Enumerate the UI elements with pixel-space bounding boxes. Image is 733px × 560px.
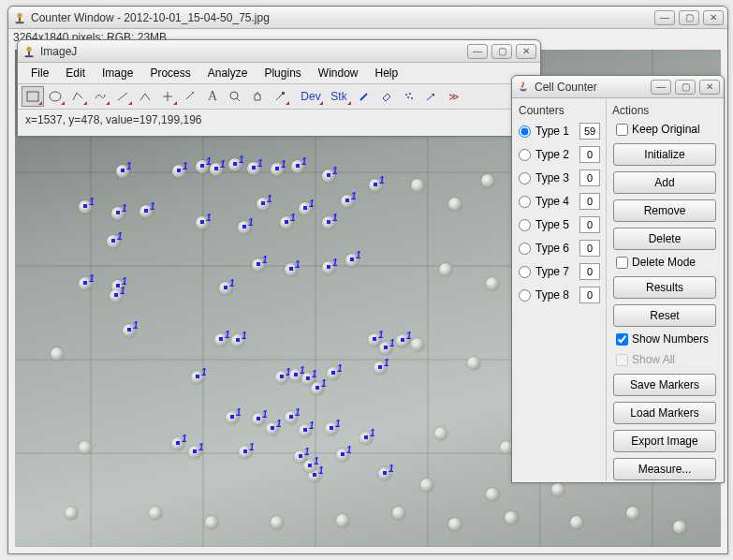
zoom-tool-icon[interactable] bbox=[224, 86, 246, 107]
cell bbox=[481, 174, 494, 187]
menu-analyze[interactable]: Analyze bbox=[200, 65, 256, 81]
text-tool-icon[interactable]: A bbox=[201, 86, 224, 107]
cell-counter-window: Cell Counter — ▢ ✕ Counters Type 159Type… bbox=[511, 75, 725, 483]
point-tool-icon[interactable] bbox=[156, 86, 179, 107]
svg-point-20 bbox=[407, 96, 409, 98]
count-box-1: 59 bbox=[579, 123, 600, 140]
initialize-button[interactable]: Initialize bbox=[613, 143, 716, 166]
load-markers-button[interactable]: Load Markers bbox=[613, 402, 716, 424]
menu-process[interactable]: Process bbox=[142, 65, 198, 81]
flood-tool-icon[interactable] bbox=[375, 86, 398, 107]
close-button[interactable]: ✕ bbox=[516, 44, 536, 59]
svg-point-12 bbox=[192, 92, 194, 94]
cell bbox=[434, 427, 447, 440]
cell bbox=[411, 338, 424, 351]
java-icon bbox=[516, 80, 531, 95]
stk-tool[interactable]: Stk bbox=[325, 86, 353, 107]
delete-mode-check[interactable]: Delete Mode bbox=[616, 256, 717, 269]
cell bbox=[411, 179, 424, 192]
counters-column: Counters Type 159Type 20Type 30Type 40Ty… bbox=[513, 98, 607, 481]
show-numbers-check[interactable]: Show Numbers bbox=[616, 332, 717, 346]
svg-line-11 bbox=[186, 94, 192, 99]
close-button[interactable]: ✕ bbox=[699, 80, 720, 95]
svg-point-21 bbox=[411, 97, 413, 99]
actions-label: Actions bbox=[612, 104, 717, 117]
count-box-3: 0 bbox=[579, 169, 600, 186]
menu-window[interactable]: Window bbox=[311, 65, 366, 81]
show-all-check: Show All bbox=[616, 353, 717, 366]
minimize-button[interactable]: — bbox=[651, 80, 671, 95]
cell bbox=[673, 521, 686, 534]
counter-type-3[interactable]: Type 30 bbox=[519, 169, 600, 186]
imagej-titlebar[interactable]: ImageJ — ▢ ✕ bbox=[18, 40, 540, 63]
brush-tool-icon[interactable] bbox=[353, 86, 375, 107]
angle-tool-icon[interactable] bbox=[134, 86, 156, 107]
svg-rect-2 bbox=[16, 22, 24, 23]
cell bbox=[439, 263, 452, 276]
save-markers-button[interactable]: Save Markers bbox=[613, 374, 716, 396]
cell-counter-titlebar[interactable]: Cell Counter — ▢ ✕ bbox=[512, 76, 724, 98]
polygon-tool-icon[interactable] bbox=[66, 86, 89, 107]
minimize-button[interactable]: — bbox=[467, 44, 488, 59]
menu-plugins[interactable]: Plugins bbox=[257, 65, 308, 81]
cell bbox=[149, 507, 162, 520]
count-box-2: 0 bbox=[579, 146, 600, 163]
cell bbox=[392, 507, 405, 520]
maximize-button[interactable]: ▢ bbox=[679, 10, 699, 25]
cell bbox=[467, 357, 480, 370]
menu-file[interactable]: File bbox=[23, 65, 56, 81]
counter-type-5[interactable]: Type 50 bbox=[519, 216, 600, 233]
rectangle-tool-icon[interactable] bbox=[22, 86, 44, 107]
count-box-4: 0 bbox=[579, 193, 600, 210]
menu-image[interactable]: Image bbox=[95, 65, 140, 81]
counter-window-titlebar[interactable]: Counter Window - 2012-10-01_15-04-50_75.… bbox=[8, 7, 727, 29]
measure-button[interactable]: Measure... bbox=[613, 458, 716, 480]
counter-type-4[interactable]: Type 40 bbox=[519, 193, 600, 210]
svg-line-14 bbox=[237, 98, 240, 101]
menu-bar: FileEditImageProcessAnalyzePluginsWindow… bbox=[18, 63, 540, 83]
export-image-button[interactable]: Export Image bbox=[613, 430, 716, 452]
counter-type-2[interactable]: Type 20 bbox=[519, 146, 600, 163]
more-tools-icon[interactable]: ≫ bbox=[443, 86, 465, 107]
dev-tool[interactable]: Dev bbox=[297, 86, 325, 107]
cell bbox=[486, 488, 499, 501]
cell bbox=[79, 441, 92, 454]
dropper-tool-icon[interactable] bbox=[269, 86, 291, 107]
svg-rect-6 bbox=[27, 92, 38, 101]
minimize-button[interactable]: — bbox=[654, 10, 675, 25]
imagej-title: ImageJ bbox=[40, 45, 467, 58]
results-button[interactable]: Results bbox=[613, 276, 716, 299]
close-button[interactable]: ✕ bbox=[703, 10, 724, 25]
count-box-5: 0 bbox=[579, 216, 600, 233]
delete-button[interactable]: Delete bbox=[613, 228, 716, 250]
spray-tool-icon[interactable] bbox=[398, 86, 420, 107]
svg-rect-4 bbox=[28, 52, 30, 55]
cell bbox=[65, 507, 78, 520]
freehand-tool-icon[interactable] bbox=[89, 86, 111, 107]
status-line: x=1537, y=478, value=197,199,196 bbox=[18, 110, 540, 130]
menu-edit[interactable]: Edit bbox=[58, 65, 93, 81]
cell bbox=[420, 479, 433, 492]
keep-original-check[interactable]: Keep Original bbox=[616, 123, 717, 136]
arrow-tool-icon[interactable] bbox=[420, 86, 443, 107]
maximize-button[interactable]: ▢ bbox=[491, 44, 512, 59]
maximize-button[interactable]: ▢ bbox=[675, 80, 696, 95]
remove-button[interactable]: Remove bbox=[613, 199, 716, 222]
hand-tool-icon[interactable] bbox=[246, 86, 269, 107]
counter-type-8[interactable]: Type 80 bbox=[519, 287, 600, 303]
reset-button[interactable]: Reset bbox=[613, 304, 716, 327]
counter-type-7[interactable]: Type 70 bbox=[519, 263, 600, 280]
wand-tool-icon[interactable] bbox=[179, 86, 201, 107]
svg-point-18 bbox=[405, 94, 407, 96]
add-button[interactable]: Add bbox=[613, 171, 716, 194]
counter-type-1[interactable]: Type 159 bbox=[519, 123, 600, 140]
menu-help[interactable]: Help bbox=[368, 65, 406, 81]
counter-type-6[interactable]: Type 60 bbox=[519, 240, 600, 257]
svg-rect-1 bbox=[19, 18, 21, 22]
oval-tool-icon[interactable] bbox=[44, 86, 66, 107]
line-tool-icon[interactable] bbox=[111, 86, 134, 107]
cell bbox=[205, 516, 218, 529]
svg-point-3 bbox=[26, 46, 31, 51]
count-box-6: 0 bbox=[579, 240, 600, 257]
svg-line-17 bbox=[360, 94, 367, 100]
